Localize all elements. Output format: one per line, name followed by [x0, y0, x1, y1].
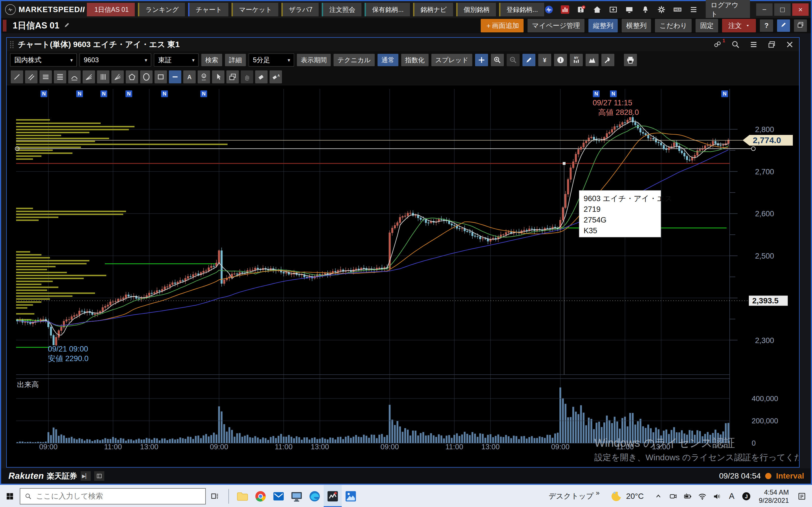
draw-tool-duplicate[interactable] [226, 70, 239, 83]
kodawari-button[interactable]: こだわり [655, 19, 692, 33]
chartbars-icon[interactable] [560, 5, 570, 14]
print-button[interactable] [624, 54, 637, 66]
wifi-icon[interactable] [695, 485, 710, 507]
link-icon[interactable]: 1 [713, 40, 722, 49]
mypage-manage-button[interactable]: マイページ管理 [527, 19, 585, 33]
draw-tool-horizontal-segment[interactable] [169, 70, 181, 83]
speaker-icon[interactable] [710, 485, 724, 507]
draw-tool-pointer[interactable] [212, 70, 224, 83]
taskbar-app-folder[interactable] [234, 485, 252, 507]
taskbar-app-marketspeed[interactable] [324, 485, 342, 507]
minimize-button[interactable]: − [756, 3, 772, 16]
draw-tool-vertical-lines[interactable] [97, 70, 109, 83]
draw-tool-arc[interactable] [68, 70, 81, 83]
tab-registered-stocks[interactable]: 登録銘柄... [499, 3, 544, 16]
maximize-button[interactable]: □ [774, 3, 791, 16]
area-style-button[interactable] [586, 54, 599, 66]
taskbar-app-chrome[interactable] [252, 485, 269, 507]
crosshair-plus-button[interactable] [475, 54, 488, 66]
pin-button[interactable]: 固定 [696, 19, 718, 33]
draw-tool-angle-lines[interactable] [111, 70, 124, 83]
temperature-label[interactable]: 20°C [626, 492, 644, 501]
tab-individual-stock[interactable]: 個別銘柄 [456, 3, 496, 16]
mode-indexed-button[interactable]: 指数化 [401, 54, 428, 66]
draw-tool-eraser-a[interactable]: A [269, 70, 282, 83]
taskbar-clock[interactable]: 4:54 AM 9/28/2021 [759, 488, 789, 504]
horizontal-align-button[interactable]: 横整列 [622, 19, 651, 33]
technical-button[interactable]: テクニカル [334, 54, 375, 66]
toolbar-overflow-chevron[interactable]: » [596, 489, 599, 497]
taskbar-search[interactable] [20, 488, 206, 504]
zoom-out-button[interactable] [507, 54, 520, 66]
code-select[interactable]: 9603▼ [80, 54, 151, 66]
edit-pencil-icon[interactable] [63, 21, 70, 30]
draw-tool-trendline[interactable] [11, 70, 23, 83]
tab-ranking[interactable]: ランキング [138, 3, 185, 16]
play-pause-button[interactable]: ▶▏ [81, 471, 91, 481]
draw-tool-rectangle[interactable] [154, 70, 167, 83]
panel-toggle-button[interactable] [94, 471, 104, 481]
search-icon[interactable] [731, 40, 741, 49]
tab-zaraba7[interactable]: ザラバ7 [282, 3, 319, 16]
camera-icon[interactable] [666, 485, 680, 507]
search-button[interactable]: 検索 [201, 54, 222, 66]
addwin-icon[interactable] [608, 5, 618, 14]
draw-tool-hand[interactable] [241, 70, 253, 83]
vertical-align-button[interactable]: 縦整列 [589, 19, 618, 33]
market-select[interactable]: 国内株式▼ [10, 54, 77, 66]
yen-scale-button[interactable]: ¥ [538, 54, 551, 66]
search-input[interactable] [36, 492, 201, 501]
mode-spread-button[interactable]: スプレッド [432, 54, 472, 66]
menu-icon[interactable] [749, 40, 758, 49]
draw-tool-pentagon[interactable] [126, 70, 138, 83]
weather-moon-icon[interactable] [609, 485, 624, 507]
draw-tool-eraser[interactable] [255, 70, 267, 83]
taskbar-app-mail[interactable] [269, 485, 288, 507]
help-button[interactable]: ? [760, 19, 773, 32]
exchange-select[interactable]: 東証▼ [154, 54, 199, 66]
tab-chart[interactable]: チャート [188, 3, 229, 16]
home-icon[interactable] [592, 5, 602, 14]
alert-icon[interactable]: N [576, 5, 586, 14]
copy-window-icon[interactable] [767, 40, 776, 49]
taskbar-app-photos[interactable] [342, 485, 360, 507]
tab-order-inquiry[interactable]: 注文照会 [322, 3, 361, 16]
mode-normal-button[interactable]: 通常 [377, 54, 398, 66]
web-icon[interactable]: WEB [673, 5, 682, 14]
hidden-icons-chevron[interactable] [651, 485, 666, 507]
chart-plot-area[interactable]: NNNNNNNNN400,000200,0000出来高2,8002,7002,6… [7, 86, 799, 466]
menu-icon[interactable] [689, 5, 698, 14]
close-window-icon[interactable] [785, 40, 795, 49]
desktop-toolbar-label[interactable]: デスクトップ [549, 491, 594, 501]
tab-market[interactable]: マーケット [232, 3, 278, 16]
draw-pencil-button[interactable] [522, 54, 536, 66]
duplicate-window-button[interactable] [794, 19, 807, 32]
settings-wrench-button[interactable] [601, 54, 614, 66]
ime-mode-indicator[interactable]: A [724, 485, 739, 507]
display-icon[interactable] [624, 5, 634, 14]
taskbar-app-monitor[interactable] [288, 485, 306, 507]
draw-tool-ellipse[interactable] [140, 70, 153, 83]
tab-stock-navi[interactable]: 銘柄ナビ [413, 3, 453, 16]
info-button[interactable]: i [554, 54, 567, 66]
detail-button[interactable]: 詳細 [225, 54, 246, 66]
chart-window-titlebar[interactable]: チャート(単体) 9603 エイチ・アイ・エス 東1 1 [7, 38, 799, 51]
draw-tool-text-a[interactable]: A [183, 70, 196, 83]
notification-center-icon[interactable] [795, 485, 809, 507]
order-button[interactable]: 注文 [722, 19, 756, 33]
draw-tool-horizontal-lines4[interactable] [54, 70, 66, 83]
memo-pencil-button[interactable] [777, 19, 790, 32]
close-button[interactable]: × [792, 3, 809, 16]
add-screen-button[interactable]: ＋画面追加 [481, 19, 523, 33]
tab-one-day-shin-as-01[interactable]: 1日信AS 01 [87, 3, 135, 16]
bell-icon[interactable] [641, 5, 650, 14]
draw-tool-horizontal-lines3[interactable] [40, 70, 52, 83]
draw-tool-parallel-line[interactable] [25, 70, 38, 83]
my-chart-button[interactable]: MY [570, 54, 583, 66]
taskbar-app-edge[interactable] [306, 485, 324, 507]
interval-select[interactable]: 5分足▼ [249, 54, 294, 66]
tab-holdings[interactable]: 保有銘柄... [364, 3, 410, 16]
pulse-icon[interactable] [544, 5, 554, 14]
draw-tool-fan-lines[interactable] [83, 70, 95, 83]
start-button[interactable] [0, 485, 20, 507]
